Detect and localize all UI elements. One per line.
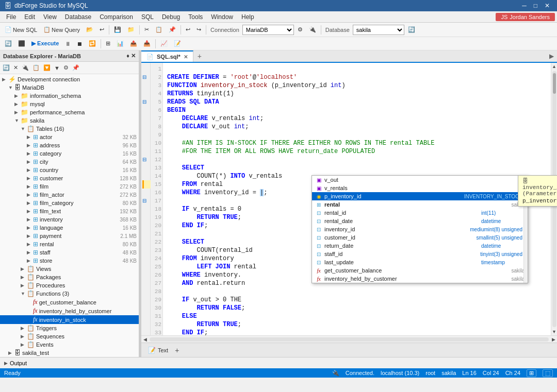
ac-item-rental-table[interactable]: ⊞ rental sakila <box>312 200 528 209</box>
ac-item-staff-id[interactable]: ⊡ staff_id tinyint(3) unsigned <box>312 250 528 258</box>
menu-help[interactable]: Help <box>237 11 258 23</box>
connection-settings-button[interactable]: ⚙ <box>295 24 305 36</box>
sidebar-pin2-button[interactable]: 📌 <box>71 64 81 72</box>
tree-item-film-category[interactable]: ▶ ⊞ film_category 80 KB <box>0 199 139 207</box>
ac-item-p-inventory-id[interactable]: ◉ p_inventory_id INVENTORY_IN_STOCK <box>312 192 528 200</box>
tree-item-address[interactable]: ▶ ⊞ address 96 KB <box>0 141 139 149</box>
tree-item-rental[interactable]: ▶ ⊞ rental 80 KB <box>0 240 139 248</box>
tree-item-category[interactable]: ▶ ⊞ category 16 KB <box>0 149 139 158</box>
schema-button[interactable]: 📊 <box>114 38 126 49</box>
tree-item-customer[interactable]: ▶ ⊞ customer 128 KB <box>0 174 139 182</box>
db-refresh-button[interactable]: 🔄 <box>405 24 418 36</box>
new-tab-button[interactable]: + <box>193 50 206 62</box>
menu-file[interactable]: File <box>2 11 20 23</box>
grid-button[interactable]: ⊞ <box>103 38 113 49</box>
menu-edit[interactable]: Edit <box>20 11 39 23</box>
tree-item-inventory[interactable]: ▶ ⊞ inventory 368 KB <box>0 215 139 224</box>
sidebar-filter2-button[interactable]: ▼ <box>53 64 61 72</box>
tree-item-mariadb[interactable]: ▼ 🗄 MariaDB <box>0 83 139 92</box>
export-button[interactable]: 📤 <box>127 38 140 49</box>
redo-button[interactable]: ↪ <box>194 24 204 36</box>
sidebar-filter-button[interactable]: 🔽 <box>42 64 52 72</box>
chart-button[interactable]: 📈 <box>158 38 170 49</box>
tree-item-country[interactable]: ▶ ⊞ country 16 KB <box>0 166 139 174</box>
tab-text[interactable]: 📝 Text <box>143 345 173 356</box>
stop-button[interactable]: ⬛ <box>15 38 28 49</box>
paste-button[interactable]: 📌 <box>166 24 178 36</box>
execute-button[interactable]: ▶ Execute <box>29 38 61 49</box>
tree-item-get-customer[interactable]: fx get_customer_balance <box>0 298 139 306</box>
ac-item-v-rentals[interactable]: ▣ v_rentals <box>312 184 528 192</box>
ac-item-rental-id[interactable]: ⊡ rental_id int(11) <box>312 209 528 217</box>
ac-item-inventory-held[interactable]: fx inventory_held_by_customer sakila <box>312 275 528 283</box>
ac-item-inventory-id[interactable]: ⊡ inventory_id mediumint(8) unsigned <box>312 225 528 233</box>
close-button[interactable]: ✕ <box>542 0 553 11</box>
horizontal-scrollbar[interactable]: ◀ ▶ <box>141 335 557 343</box>
refresh2-button[interactable]: 🔄 <box>2 38 14 49</box>
tree-item-packages[interactable]: ▶ 📋 Packages <box>0 273 139 281</box>
ac-item-customer-id[interactable]: ⊡ customer_id smallint(5) unsigned <box>312 233 528 242</box>
tab-scroll-right[interactable]: ▶ <box>546 50 557 62</box>
maximize-button[interactable]: □ <box>531 0 540 11</box>
ac-item-return-date[interactable]: ⊡ return_date datetime <box>312 242 528 250</box>
stop3-button[interactable]: ⏹ <box>74 38 85 49</box>
tab-close-button[interactable]: ✕ <box>184 54 188 60</box>
output-bar[interactable]: ▶ Output <box>0 357 557 368</box>
sidebar-schema-button[interactable]: 📋 <box>31 64 41 72</box>
add-tab-button[interactable]: + <box>175 346 179 354</box>
menu-view[interactable]: View <box>39 11 61 23</box>
sidebar-settings-button[interactable]: ⚙ <box>62 64 70 72</box>
format-button[interactable]: 📝 <box>171 38 184 49</box>
tree-item-views[interactable]: ▶ 📋 Views <box>0 265 139 273</box>
database-select[interactable]: sakila <box>353 25 404 35</box>
tree-item-mysql[interactable]: ▶ 📁 mysql <box>0 100 139 108</box>
tab-sql[interactable]: 📄 SQL.sql* ✕ <box>141 50 193 62</box>
tree-item-film-actor[interactable]: ▶ ⊞ film_actor 272 KB <box>0 191 139 199</box>
undo2-button[interactable]: ↩ <box>183 24 193 36</box>
ac-item-get-customer-balance[interactable]: fx get_customer_balance sakila <box>312 266 528 275</box>
new-sql-button[interactable]: 📄 New SQL <box>2 24 40 36</box>
tree-item-store[interactable]: ▶ ⊞ store 48 KB <box>0 257 139 265</box>
tree-item-sakila[interactable]: ▼ 📁 sakila <box>0 116 139 125</box>
ac-item-rental-date[interactable]: ⊡ rental_date datetime <box>312 217 528 225</box>
tree-item-sequences[interactable]: ▶ 📋 Sequences <box>0 332 139 340</box>
tree-item-development[interactable]: ▶ ⚡ Development connection <box>0 75 139 83</box>
sidebar-connect-button[interactable]: 🔌 <box>20 64 30 72</box>
undo-button[interactable]: ↩ <box>97 24 107 36</box>
tree-item-functions[interactable]: ▼ 📋 Functions (3) <box>0 289 139 298</box>
tree-item-film-text[interactable]: ▶ ⊞ film_text 192 KB <box>0 207 139 215</box>
tree-item-tables[interactable]: ▼ 📋 Tables (16) <box>0 125 139 133</box>
save-button[interactable]: 💾 <box>111 24 124 36</box>
menu-window[interactable]: Window <box>207 11 237 23</box>
tree-item-events[interactable]: ▶ 📋 Events <box>0 340 139 349</box>
tree-item-procedures[interactable]: ▶ 📋 Procedures <box>0 281 139 289</box>
sidebar-pin[interactable]: ♦ ✕ <box>126 53 136 59</box>
tree-item-payment[interactable]: ▶ ⊞ payment 2.1 MB <box>0 232 139 240</box>
status-grid-icon[interactable]: ⊞ <box>527 369 536 377</box>
scroll-left-button[interactable]: ◀ <box>141 336 149 343</box>
scroll-right-button[interactable]: ▶ <box>550 336 557 343</box>
menu-sql[interactable]: SQL <box>137 11 158 23</box>
import-button[interactable]: 📥 <box>141 38 153 49</box>
tree-item-inventory-held[interactable]: fx inventory_held_by_customer <box>0 306 139 315</box>
tree-item-film[interactable]: ▶ ⊞ film 272 KB <box>0 182 139 191</box>
status-expand-icon[interactable]: ⬚ <box>543 369 553 377</box>
tree-item-triggers[interactable]: ▶ 📋 Triggers <box>0 324 139 332</box>
minimize-button[interactable]: ─ <box>519 0 530 11</box>
connect-button[interactable]: 🔌 <box>306 24 319 36</box>
commit-button[interactable]: 🔁 <box>86 38 99 49</box>
tree-item-info-schema[interactable]: ▶ 📁 information_schema <box>0 92 139 100</box>
open-button[interactable]: 📂 <box>84 24 96 36</box>
sidebar-delete-button[interactable]: ✕ <box>12 64 20 72</box>
ac-item-last-update[interactable]: ⊡ last_update timestamp <box>312 258 528 266</box>
menu-debug[interactable]: Debug <box>158 11 184 23</box>
stop2-button[interactable]: ⏸ <box>62 38 73 49</box>
copy-button[interactable]: 📋 <box>153 24 165 36</box>
tree-item-staff[interactable]: ▶ ⊞ staff 48 KB <box>0 248 139 257</box>
menu-tools[interactable]: Tools <box>184 11 207 23</box>
cut-button[interactable]: ✂ <box>142 24 152 36</box>
new-query-button[interactable]: 📋 New Query <box>41 24 83 36</box>
tree-item-actor[interactable]: ▶ ⊞ actor 32 KB <box>0 133 139 141</box>
menu-database[interactable]: Database <box>61 11 95 23</box>
tree-item-city[interactable]: ▶ ⊞ city 64 KB <box>0 158 139 166</box>
